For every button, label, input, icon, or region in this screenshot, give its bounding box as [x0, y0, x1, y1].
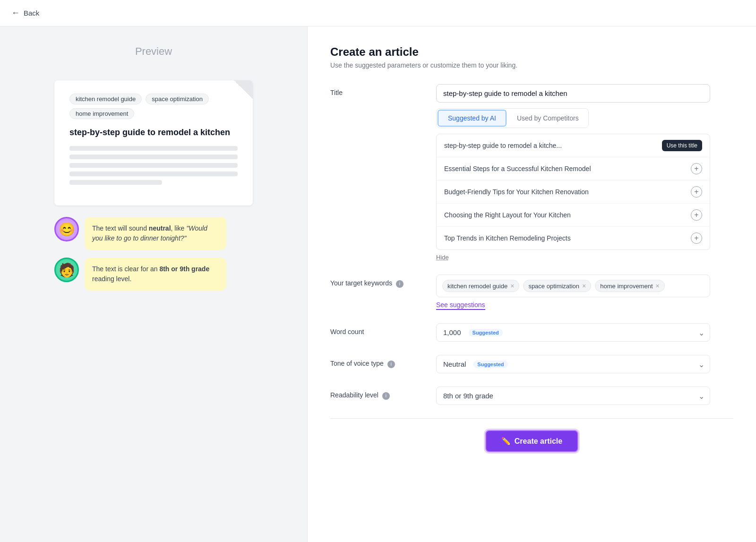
paper-curl-decoration [234, 80, 253, 99]
preview-tags: kitchen remodel guide space optimization… [69, 94, 238, 119]
word-count-dropdown[interactable]: 1,000 Suggested [436, 323, 710, 342]
readability-row: Readability level i 8th or 9th grade ⌄ [330, 387, 733, 405]
suggestion-actions-2: + [691, 186, 702, 198]
suggestion-text-2: Budget-Friendly Tips for Your Kitchen Re… [444, 188, 691, 196]
word-count-badge: Suggested [469, 329, 503, 336]
keywords-info-icon: i [396, 280, 404, 288]
back-arrow-icon: ← [11, 8, 20, 18]
title-label: Title [330, 84, 425, 96]
suggestion-item-1[interactable]: Essential Steps for a Successful Kitchen… [437, 157, 710, 181]
tone-row: Tone of voice type i Neutral Suggested ⌄ [330, 355, 733, 373]
suggestion-actions-3: + [691, 209, 702, 221]
suggestion-text-3: Choosing the Right Layout for Your Kitch… [444, 211, 691, 219]
word-count-label: Word count [330, 323, 425, 336]
use-title-tooltip[interactable]: Use this title [662, 140, 702, 151]
chat-message-neutral: The text will sound neutral, like "Would… [85, 217, 226, 250]
preview-line [69, 163, 238, 168]
suggestion-item-4[interactable]: Top Trends in Kitchen Remodeling Project… [437, 227, 710, 249]
word-count-dropdown-wrapper: 1,000 Suggested ⌄ [436, 323, 710, 342]
chat-bubble-grade: 🧑 The text is clear for an 8th or 9th gr… [54, 258, 253, 291]
keyword-text-0: kitchen remodel guide [447, 283, 507, 290]
tone-label: Tone of voice type i [330, 355, 425, 368]
readability-info-icon: i [382, 392, 390, 400]
panel-subtitle: Use the suggested parameters or customiz… [330, 61, 733, 69]
create-btn-label: Create article [515, 437, 562, 446]
create-btn-icon: ✏️ [501, 437, 511, 446]
keywords-form-content: kitchen remodel guide × space optimizati… [436, 275, 710, 310]
preview-card: kitchen remodel guide space optimization… [54, 80, 253, 206]
keywords-row: Your target keywords i kitchen remodel g… [330, 275, 733, 310]
add-suggestion-btn-3[interactable]: + [691, 209, 702, 221]
preview-line-short [69, 180, 162, 185]
suggestion-actions-4: + [691, 232, 702, 244]
tone-badge: Suggested [473, 361, 507, 368]
preview-container: Preview kitchen remodel guide space opti… [11, 45, 296, 291]
add-suggestion-btn-2[interactable]: + [691, 186, 702, 198]
suggestion-item-3[interactable]: Choosing the Right Layout for Your Kitch… [437, 204, 710, 227]
suggestion-text-0: step-by-step guide to remodel a kitche..… [444, 142, 662, 149]
suggestion-text-1: Essential Steps for a Successful Kitchen… [444, 165, 691, 172]
panel-title: Create an article [330, 45, 733, 59]
keyword-tag-1: space optimization × [523, 280, 591, 292]
keyword-remove-1[interactable]: × [582, 283, 586, 289]
chat-message-grade: The text is clear for an 8th or 9th grad… [85, 258, 226, 291]
top-nav: ← Back [0, 0, 756, 26]
add-suggestion-btn-1[interactable]: + [691, 163, 702, 174]
keyword-remove-2[interactable]: × [656, 283, 660, 289]
create-article-button[interactable]: ✏️ Create article [485, 430, 578, 452]
readability-form-content: 8th or 9th grade ⌄ [436, 387, 710, 405]
preview-tag: home improvement [69, 108, 134, 119]
suggestion-text-4: Top Trends in Kitchen Remodeling Project… [444, 234, 691, 242]
keyword-text-1: space optimization [528, 283, 579, 290]
preview-line [69, 172, 238, 176]
readability-value: 8th or 9th grade [443, 392, 493, 400]
tone-form-content: Neutral Suggested ⌄ [436, 355, 710, 373]
keyword-remove-0[interactable]: × [510, 283, 514, 289]
keywords-container[interactable]: kitchen remodel guide × space optimizati… [436, 275, 710, 297]
hide-link[interactable]: Hide [436, 254, 449, 261]
keyword-tag-2: home improvement × [595, 280, 664, 292]
preview-line [69, 155, 238, 159]
title-form-content: Suggested by AI Used by Competitors step… [436, 84, 710, 261]
readability-dropdown-wrapper: 8th or 9th grade ⌄ [436, 387, 710, 405]
preview-line [69, 146, 238, 151]
suggestion-item-0[interactable]: step-by-step guide to remodel a kitche..… [437, 134, 710, 157]
preview-tag: kitchen remodel guide [69, 94, 142, 104]
word-count-row: Word count 1,000 Suggested ⌄ [330, 323, 733, 342]
back-button[interactable]: ← Back [11, 8, 39, 18]
readability-label: Readability level i [330, 387, 425, 400]
tab-suggested-by-ai[interactable]: Suggested by AI [438, 110, 507, 127]
main-layout: Preview kitchen remodel guide space opti… [0, 26, 756, 542]
see-suggestions-link[interactable]: See suggestions [436, 301, 485, 310]
preview-pane: Preview kitchen remodel guide space opti… [0, 26, 307, 542]
word-count-form-content: 1,000 Suggested ⌄ [436, 323, 710, 342]
keyword-text-2: home improvement [600, 283, 653, 290]
avatar-grade: 🧑 [54, 258, 79, 282]
tone-info-icon: i [387, 361, 395, 368]
chat-section: 😊 The text will sound neutral, like "Wou… [54, 217, 253, 291]
preview-lines [69, 146, 238, 185]
preview-article-title: step-by-step guide to remodel a kitchen [69, 127, 238, 138]
tab-switcher: Suggested by AI Used by Competitors [436, 108, 589, 128]
tone-dropdown[interactable]: Neutral Suggested [436, 355, 710, 373]
right-panel: Create an article Use the suggested para… [307, 26, 756, 542]
tone-dropdown-wrapper: Neutral Suggested ⌄ [436, 355, 710, 373]
avatar-neutral: 😊 [54, 217, 79, 241]
chat-bubble-neutral: 😊 The text will sound neutral, like "Wou… [54, 217, 253, 250]
title-row: Title Suggested by AI Used by Competitor… [330, 84, 733, 261]
readability-dropdown[interactable]: 8th or 9th grade [436, 387, 710, 405]
tone-value: Neutral [443, 360, 466, 368]
suggestion-actions-1: + [691, 163, 702, 174]
suggestion-actions-0: Use this title [662, 140, 702, 151]
suggestions-list: step-by-step guide to remodel a kitche..… [436, 134, 710, 250]
back-label: Back [24, 9, 39, 17]
suggestion-item-2[interactable]: Budget-Friendly Tips for Your Kitchen Re… [437, 181, 710, 204]
preview-label: Preview [135, 45, 172, 58]
keyword-tag-0: kitchen remodel guide × [442, 280, 519, 292]
keywords-label: Your target keywords i [330, 275, 425, 288]
tab-used-by-competitors[interactable]: Used by Competitors [507, 109, 588, 128]
title-input[interactable] [436, 84, 710, 103]
add-suggestion-btn-4[interactable]: + [691, 232, 702, 244]
create-btn-row: ✏️ Create article [330, 418, 733, 464]
preview-tag: space optimization [146, 94, 209, 104]
